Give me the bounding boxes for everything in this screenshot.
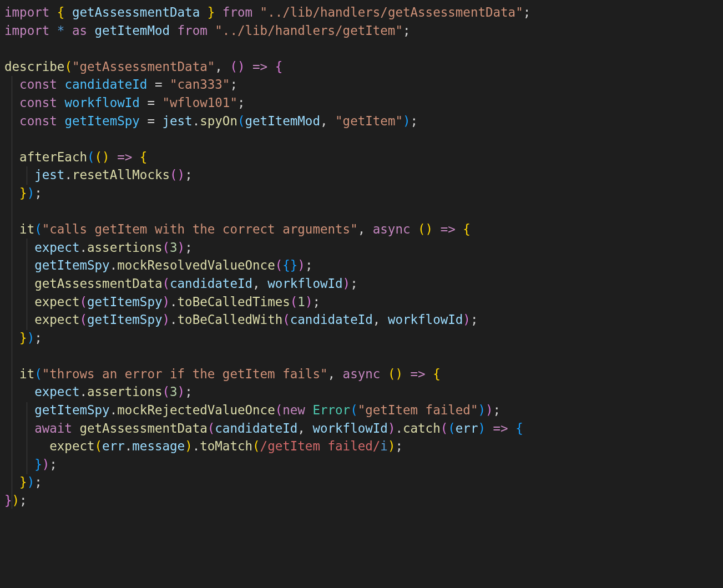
code-line: it("throws an error if the getItem fails… (4, 367, 441, 381)
code-line: expect(err.message).toMatch(/getItem fai… (4, 439, 403, 453)
code-line: expect(getItemSpy).toBeCalledTimes(1); (4, 295, 320, 309)
code-line: const workflowId = "wflow101"; (4, 95, 245, 110)
code-line: expect(getItemSpy).toBeCalledWith(candid… (4, 312, 478, 327)
code-line: }); (4, 186, 42, 200)
code-line: afterEach(() => { (4, 150, 147, 164)
code-line: }); (4, 331, 42, 345)
code-line: await getAssessmentData(candidateId, wor… (4, 421, 523, 435)
code-line: getItemSpy.mockResolvedValueOnce({}); (4, 258, 312, 272)
code-line: const getItemSpy = jest.spyOn(getItemMod… (4, 114, 418, 128)
code-line: expect.assertions(3); (4, 240, 193, 255)
code-line: }); (4, 475, 42, 489)
code-editor-content[interactable]: import { getAssessmentData } from "../li… (0, 0, 723, 532)
code-line: getAssessmentData(candidateId, workflowI… (4, 276, 358, 291)
code-line: import * as getItemMod from "../lib/hand… (4, 23, 411, 38)
code-line: expect.assertions(3); (4, 384, 193, 399)
code-line: }); (4, 493, 27, 508)
code-line: import { getAssessmentData } from "../li… (4, 5, 530, 19)
code-line: getItemSpy.mockRejectedValueOnce(new Err… (4, 403, 500, 417)
code-line: it("calls getItem with the correct argum… (4, 222, 471, 236)
code-line: describe("getAssessmentData", () => { (4, 59, 282, 74)
code-line: jest.resetAllMocks(); (4, 168, 193, 182)
code-line: }); (4, 457, 57, 472)
code-line: const candidateId = "can333"; (4, 77, 237, 92)
